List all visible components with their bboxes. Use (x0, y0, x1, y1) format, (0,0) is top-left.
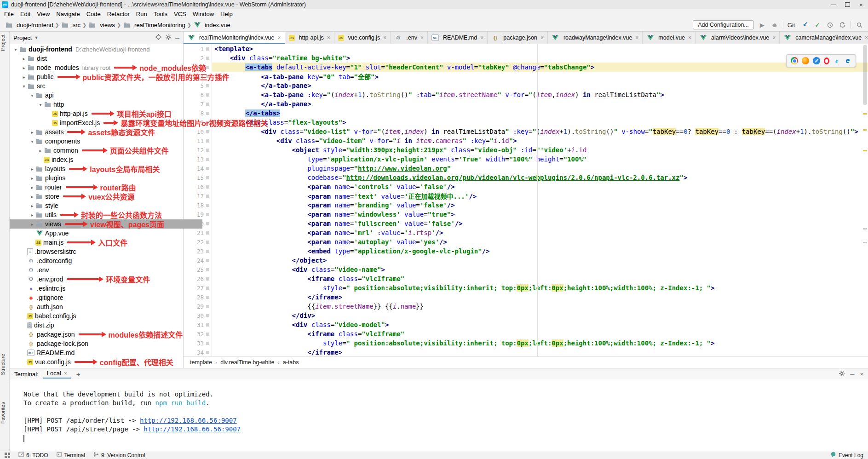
close-icon[interactable]: × (420, 34, 424, 41)
terminal-link[interactable]: http://192.168.66.56:9007 (144, 425, 241, 433)
close-icon[interactable]: × (540, 34, 544, 41)
tree-item-components[interactable]: ▾components (10, 137, 202, 146)
fold-marker-icon[interactable] (206, 93, 209, 97)
code-line-9[interactable]: 9 <div class="flex-layouts"> (184, 118, 868, 127)
status-terminal[interactable]: Terminal (57, 452, 85, 459)
code-line-5[interactable]: 5 </a-tab-pane> (184, 81, 868, 90)
tab-http-api.js[interactable]: JShttp-api.js× (285, 32, 334, 44)
terminal-output[interactable]: Note that the development build is not o… (10, 379, 868, 443)
code-line-33[interactable]: 33 style=" position:absolute;visibility:… (184, 339, 868, 348)
breadcrumb-item-views[interactable]: views (87, 22, 116, 29)
expand-caret-icon[interactable]: ▸ (21, 65, 27, 70)
tree-item-.browserslistrc[interactable]: ≡.browserslistrc (10, 247, 194, 256)
tree-item-app.vue[interactable]: App.vue (10, 229, 202, 238)
tree-item-views[interactable]: ▸viewsview视图、pages页面 (10, 219, 202, 229)
fold-marker-icon[interactable] (206, 231, 209, 235)
expand-caret-icon[interactable]: ▸ (29, 203, 35, 208)
maximize-button[interactable] (840, 0, 854, 9)
chrome-browser-icon[interactable] (791, 57, 798, 64)
close-icon[interactable]: × (635, 34, 638, 41)
safari-browser-icon[interactable] (813, 57, 820, 64)
gear-icon[interactable] (839, 371, 845, 378)
tree-item-vue.config.js[interactable]: JSvue.config.jsconfig配置、代理相关 (10, 357, 194, 367)
fold-marker-icon[interactable] (206, 342, 209, 345)
code-line-17[interactable]: 17 <param name='text' value='正在加载视频中...'… (184, 191, 868, 201)
history-icon[interactable] (826, 21, 834, 29)
tree-item-assets[interactable]: ▸assetsassets静态资源文件 (10, 127, 202, 137)
code-line-3[interactable]: 3 <a-tabs default-active-key="1" slot="h… (184, 63, 868, 72)
code-line-29[interactable]: 29 {{item.streetName}} {{i.name}} (184, 302, 868, 311)
search-icon[interactable] (855, 21, 863, 29)
menu-code[interactable]: Code (83, 11, 104, 17)
fold-marker-icon[interactable] (206, 351, 209, 354)
status-6-todo[interactable]: 6: TODO (18, 452, 48, 459)
tree-item-node-modules[interactable]: ▸node_moduleslibrary rootnode_modules依赖 (10, 63, 194, 72)
warning-stripe-mark[interactable] (863, 150, 867, 151)
terminal-tab-local[interactable]: Local × (43, 369, 71, 379)
tree-item-.gitignore[interactable]: ◆.gitignore (10, 293, 194, 302)
fold-marker-icon[interactable] (206, 185, 209, 189)
menu-refactor[interactable]: Refactor (104, 11, 133, 17)
stripe-mark[interactable] (863, 228, 867, 230)
warning-stripe-mark[interactable] (863, 113, 867, 115)
menu-tools[interactable]: Tools (150, 11, 171, 17)
code-line-14[interactable]: 14 pluginspage="http://www.videolan.org" (184, 164, 868, 173)
menu-help[interactable]: Help (217, 11, 236, 17)
close-icon[interactable]: × (865, 34, 868, 41)
close-icon[interactable]: × (688, 34, 691, 41)
fold-marker-icon[interactable] (206, 314, 209, 317)
expand-caret-icon[interactable]: ▸ (29, 185, 35, 190)
menu-navigate[interactable]: Navigate (53, 11, 83, 17)
tree-item-duoji-frontend[interactable]: ▾duoji-frontendD:\zheheWeb\duoji-fronten… (10, 45, 186, 54)
hide-panel-icon[interactable]: ─ (175, 34, 179, 41)
close-icon[interactable]: × (327, 34, 330, 41)
code-line-19[interactable]: 19 <param name='windowless' value="true"… (184, 210, 868, 219)
tree-item-index.js[interactable]: JSindex.js (10, 155, 211, 164)
tree-item-api[interactable]: ▾api (10, 91, 202, 100)
expand-caret-icon[interactable]: ▸ (21, 75, 27, 80)
close-icon[interactable]: × (383, 34, 386, 41)
tab-realtimemonitoring-index.vue[interactable]: realTimeMonitoring\index.vue× (184, 32, 285, 44)
breadcrumb-item-index.vue[interactable]: index.vue (192, 22, 232, 29)
menu-edit[interactable]: Edit (17, 11, 34, 17)
expand-caret-icon[interactable]: ▾ (29, 139, 35, 144)
fold-marker-icon[interactable] (206, 176, 209, 179)
tool-window-structure-button[interactable]: Structure (0, 354, 9, 375)
menu-run[interactable]: Run (133, 11, 150, 17)
expand-caret-icon[interactable]: ▸ (29, 212, 35, 218)
code-line-1[interactable]: 1<template> (184, 44, 868, 53)
tree-item-src[interactable]: ▾src (10, 81, 194, 91)
code-line-27[interactable]: 27 style=" position:absolute;visibility:… (184, 283, 868, 293)
code-line-21[interactable]: 21 <param name='mrl' :value='i.rtsp'/> (184, 228, 868, 237)
fold-marker-icon[interactable] (206, 139, 209, 143)
tree-item-style[interactable]: ▸style (10, 201, 202, 210)
editor-scrollbar[interactable] (862, 44, 868, 357)
menu-file[interactable]: File (1, 11, 17, 17)
fold-marker-icon[interactable] (206, 259, 209, 262)
rollback-icon[interactable] (838, 21, 846, 29)
code-line-26[interactable]: 26 <iframe class="vlcIframe" (184, 274, 868, 283)
tree-item-http[interactable]: ▾http (10, 100, 211, 109)
close-icon[interactable]: × (278, 34, 281, 41)
tree-item-store[interactable]: ▸storevuex公共资源 (10, 192, 202, 201)
tool-window-project-button[interactable]: Project (0, 34, 9, 51)
menu-window[interactable]: Window (190, 11, 217, 17)
fold-marker-icon[interactable] (206, 57, 209, 60)
fold-marker-icon[interactable] (206, 84, 209, 87)
tab-vue.config.js[interactable]: JSvue.config.js× (334, 32, 391, 44)
code-line-12[interactable]: 12 <object style="width:390px;height:219… (184, 145, 868, 155)
fold-marker-icon[interactable] (206, 277, 209, 281)
tree-item-utils[interactable]: ▸utils封装的一些公共函数方法 (10, 210, 202, 219)
code-line-18[interactable]: 18 <param name='branding' value='false'/… (184, 201, 868, 210)
expand-caret-icon[interactable]: ▾ (29, 93, 35, 98)
git-commit-icon[interactable]: ✓ (813, 21, 822, 29)
chevron-down-icon[interactable]: ▼ (34, 35, 38, 40)
tree-item-dist.zip[interactable]: dist.zip (10, 321, 194, 330)
status-9-version-control[interactable]: 9: Version Control (93, 452, 145, 459)
tree-item-importexcel.js[interactable]: JSimportExcel.js暴露环境变量地址给图片or视频资源路径相关 (10, 118, 219, 127)
fold-marker-icon[interactable] (206, 195, 209, 198)
expand-caret-icon[interactable]: ▸ (29, 130, 35, 135)
tree-item-.env[interactable]: ⚙.env (10, 265, 194, 275)
breadcrumb-item-a-tabs[interactable]: a-tabs (283, 359, 299, 366)
menu-vcs[interactable]: VCS (171, 11, 190, 17)
